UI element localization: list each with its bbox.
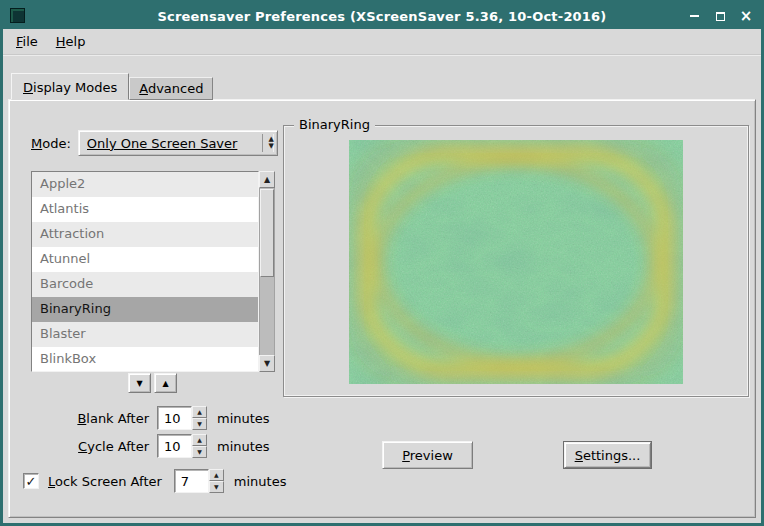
- tabstrip: Display Modes Advanced: [11, 73, 213, 100]
- up-arrow-icon: ▲: [162, 379, 168, 388]
- blank-after-input[interactable]: [157, 406, 192, 430]
- scroll-down-button[interactable]: ▼: [259, 355, 275, 372]
- xscreensaver-window: Screensaver Preferences (XScreenSaver 5.…: [0, 0, 764, 526]
- spin-down-icon[interactable]: ▼: [192, 418, 207, 430]
- scroll-down-icon: ▼: [264, 359, 270, 368]
- app-icon: [10, 8, 25, 23]
- list-item[interactable]: BlinkBox: [32, 347, 258, 372]
- scrollbar-thumb[interactable]: [260, 189, 274, 277]
- mode-label: Mode:: [31, 136, 71, 151]
- spin-up-icon[interactable]: ▲: [192, 434, 207, 446]
- lock-after-spinner: ▲ ▼: [209, 469, 224, 493]
- mode-select[interactable]: Only One Screen Saver ▲ ▼: [78, 130, 278, 156]
- cycle-after-spinner: ▲ ▼: [192, 434, 207, 458]
- maximize-button[interactable]: [713, 9, 727, 23]
- move-down-button[interactable]: ▼: [128, 373, 151, 393]
- list-item[interactable]: Apple2: [32, 172, 258, 197]
- blank-after-row: Blank After ▲ ▼ minutes: [31, 406, 270, 430]
- list-item[interactable]: Blaster: [32, 322, 258, 347]
- cycle-after-row: Cycle After ▲ ▼ minutes: [31, 434, 270, 458]
- settings-button[interactable]: Settings...: [564, 442, 651, 468]
- list-item[interactable]: BinaryRing: [32, 297, 258, 322]
- list-item[interactable]: Atunnel: [32, 247, 258, 272]
- mode-selected-value: Only One Screen Saver: [87, 136, 259, 151]
- lock-after-input[interactable]: [174, 469, 209, 493]
- list-item[interactable]: Attraction: [32, 222, 258, 247]
- lock-after-spinbox: ▲ ▼: [174, 469, 224, 493]
- lock-screen-label: Lock Screen After: [48, 474, 162, 489]
- minutes-label: minutes: [217, 411, 270, 426]
- move-up-button[interactable]: ▲: [154, 373, 177, 393]
- menubar: File Help: [3, 29, 761, 55]
- cycle-after-label: Cycle After: [31, 439, 149, 454]
- close-button[interactable]: ×: [739, 9, 753, 23]
- scroll-up-icon: ▲: [264, 175, 270, 184]
- blank-after-label: Blank After: [31, 411, 149, 426]
- settings-button-label: Settings...: [575, 448, 641, 463]
- list-item[interactable]: Barcode: [32, 272, 258, 297]
- check-icon: ✓: [26, 474, 37, 489]
- spin-up-icon[interactable]: ▲: [192, 406, 207, 418]
- down-arrow-icon: ▼: [136, 379, 142, 388]
- preview-button[interactable]: Preview: [382, 441, 473, 469]
- lock-screen-row: ✓ Lock Screen After ▲ ▼ minutes: [23, 469, 286, 493]
- screensaver-list: Apple2 Atlantis Attraction Atunnel Barco…: [31, 171, 259, 372]
- blank-after-spinner: ▲ ▼: [192, 406, 207, 430]
- lock-screen-checkbox[interactable]: ✓: [23, 473, 39, 489]
- minutes-label: minutes: [217, 439, 270, 454]
- spin-down-icon[interactable]: ▼: [192, 446, 207, 458]
- tab-display-modes[interactable]: Display Modes: [11, 73, 129, 100]
- preview-frame: BinaryRing: [283, 125, 749, 397]
- list-scrollbar[interactable]: ▲ ▼: [259, 171, 275, 372]
- spin-up-icon[interactable]: ▲: [209, 469, 224, 481]
- menu-help[interactable]: Help: [47, 30, 95, 53]
- window-controls: ×: [687, 3, 753, 29]
- combo-spinner-icon: ▲ ▼: [262, 134, 273, 152]
- list-item[interactable]: Atlantis: [32, 197, 258, 222]
- close-icon: ×: [740, 9, 753, 23]
- scroll-up-button[interactable]: ▲: [259, 171, 275, 188]
- maximize-icon: [716, 12, 725, 21]
- preview-frame-title: BinaryRing: [294, 117, 375, 132]
- titlebar[interactable]: Screensaver Preferences (XScreenSaver 5.…: [3, 3, 761, 29]
- display-modes-panel: Mode: Only One Screen Saver ▲ ▼ Apple2 A…: [8, 99, 756, 518]
- tab-advanced[interactable]: Advanced: [129, 77, 213, 100]
- spin-down-icon[interactable]: ▼: [209, 481, 224, 493]
- mode-row: Mode: Only One Screen Saver ▲ ▼: [31, 130, 278, 156]
- preview-button-label: Preview: [402, 448, 453, 463]
- minutes-label: minutes: [234, 474, 287, 489]
- minimize-button[interactable]: [687, 9, 701, 23]
- blank-after-spinbox: ▲ ▼: [157, 406, 207, 430]
- cycle-after-input[interactable]: [157, 434, 192, 458]
- scrollbar-trough[interactable]: [259, 188, 275, 355]
- window-title: Screensaver Preferences (XScreenSaver 5.…: [3, 9, 761, 24]
- screensaver-list-container: Apple2 Atlantis Attraction Atunnel Barco…: [31, 171, 275, 372]
- binaryring-preview-image: [349, 140, 683, 384]
- combo-down-icon: ▼: [268, 143, 273, 150]
- minimize-icon: [690, 15, 699, 17]
- menu-file[interactable]: File: [7, 30, 47, 53]
- list-reorder-buttons: ▼ ▲: [128, 373, 177, 393]
- cycle-after-spinbox: ▲ ▼: [157, 434, 207, 458]
